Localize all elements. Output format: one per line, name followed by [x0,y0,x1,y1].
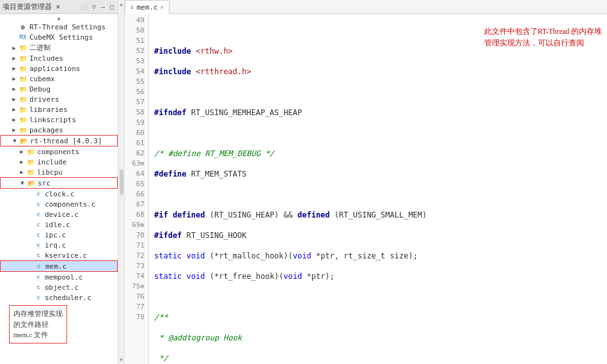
folder-icon: 📁 [18,84,28,93]
sidebar-item-clock-c[interactable]: c clock.c [0,189,118,199]
sidebar-item-includes[interactable]: ▶ 📁 Includes [0,53,118,63]
code-line-49 [154,26,602,36]
file-c-icon: c [33,283,43,292]
code-line-61: static void (*rt_free_hook)(void *ptr); [154,271,602,281]
sidebar-label: RT-Thread Settings [29,23,106,31]
sidebar-header: 项目资源管理器 ✕ ⬜ ▽ — □ [0,0,118,14]
code-line-54 [154,128,602,138]
tab-close-button[interactable]: ✕ [161,4,164,10]
folder-icon: 📁 [18,74,28,83]
arrow-icon: ▶ [10,106,18,113]
sidebar-max-icon[interactable]: □ [109,3,115,10]
arrow-icon: ▶ [10,65,18,72]
arrow-icon: ▼ [11,138,19,144]
folder-icon: 📁 [18,115,28,124]
sidebar-item-object-c[interactable]: c object.c [0,282,118,292]
sidebar-item-components[interactable]: ▶ 📁 components [0,146,118,157]
scroll-up-arrow[interactable]: ▲ [0,14,118,22]
arrow-icon: ▶ [10,86,18,92]
folder-open-icon: 📂 [19,136,29,145]
sidebar: 项目资源管理器 ✕ ⬜ ▽ — □ ▲ ⚙ RT-Thread Settings [0,0,118,364]
sidebar-min-icon[interactable]: — [100,3,106,10]
sidebar-item-irq-c[interactable]: c irq.c [0,240,118,250]
file-c-icon: c [33,273,43,281]
code-line-63: /** [154,312,602,322]
arrow-icon: ▼ [19,180,26,186]
sidebar-item-src[interactable]: ▼ 📂 src [0,177,118,189]
sidebar-label: mempool.c [45,273,83,281]
sidebar-item-cubemx[interactable]: ▶ 📁 cubemx [0,74,118,84]
sidebar-item-drivers[interactable]: ▶ 📁 drivers [0,94,118,104]
sidebar-label: drivers [29,95,59,104]
folder-icon: 📁 [26,157,36,166]
sidebar-item-libcpu[interactable]: ▶ 📁 libcpu [0,167,118,177]
sidebar-label: rt-thread [4.0.3] [30,137,102,145]
sidebar-label: CubeMX Settings [29,33,93,42]
sidebar-menu-icon[interactable]: ▽ [91,3,97,10]
code-editor[interactable]: #include <rthw.h> #include <rtthread.h> … [149,14,607,364]
folder-icon: 📁 [18,64,28,73]
sidebar-item-rt-thread-settings[interactable]: ⚙ RT-Thread Settings [0,22,118,32]
sidebar-label: object.c [45,283,79,292]
file-c-icon: c [33,189,43,198]
sidebar-item-mem-c[interactable]: c mem.c [0,260,118,272]
file-c-icon: c [33,220,43,229]
sidebar-collapse-icon[interactable]: ⬜ [78,3,88,10]
sidebar-label: kservice.c [45,251,87,260]
sidebar-item-cubemx-settings[interactable]: MX CubeMX Settings [0,32,118,42]
sidebar-label: idle.c [45,221,70,229]
line-numbers: 49 50 51 52 53 54 55 56 57 58 59 60 61 6… [125,14,149,364]
file-c-icon: c [33,200,43,209]
code-line-50: #include <rthw.h> [154,46,602,56]
code-line-65: */ [154,353,602,363]
folder-icon: 📁 [26,168,36,177]
sidebar-item-device-c[interactable]: c device.c [0,209,118,219]
sidebar-item-idle-c[interactable]: c idle.c [0,219,118,230]
sidebar-item-applications[interactable]: ▶ 📁 applications [0,63,118,74]
sidebar-title: 项目资源管理器 ✕ [3,2,75,12]
sidebar-item-libraries[interactable]: ▶ 📁 libraries [0,104,118,115]
sidebar-item-scheduler-c[interactable]: c scheduler.c [0,292,118,303]
sidebar-item-ipc-c[interactable]: c ipc.c [0,230,118,240]
cube-icon: MX [18,33,28,42]
annotation-memory-path: 内存堆管理实现的文件路径 mem.c 文件 [9,305,67,344]
folder-icon: 📁 [18,125,28,134]
arrow-icon: ▶ [10,116,18,123]
sidebar-label: include [37,158,67,166]
sidebar-item-rt-thread[interactable]: ▼ 📂 rt-thread [4.0.3] [0,135,118,146]
arrow-icon: ▶ [10,75,18,82]
sidebar-item-kservice-c[interactable]: c kservice.c [0,250,118,260]
tree-container: ⚙ RT-Thread Settings MX CubeMX Settings … [0,22,118,303]
sidebar-item-include[interactable]: ▶ 📁 include [0,157,118,167]
sidebar-label: components.c [45,200,95,209]
arrow-icon: ▶ [18,148,26,155]
file-c-icon: c [33,241,43,249]
sidebar-label: scheduler.c [45,294,91,302]
file-c-icon: c [33,293,43,302]
arrow-icon: ▶ [10,96,18,102]
arrow-icon: ▶ [10,127,18,133]
sidebar-label: Debug [29,85,51,93]
sidebar-scrollbar[interactable]: ▲ ▼ [118,0,125,364]
sidebar-item-linkscripts[interactable]: ▶ 📁 linkscripts [0,115,118,125]
sidebar-item-binary[interactable]: ▶ 📁 二进制 [0,42,118,53]
sidebar-item-debug[interactable]: ▶ 📁 Debug [0,84,118,94]
sidebar-label: ipc.c [45,231,66,239]
sidebar-item-packages[interactable]: ▶ 📁 packages [0,125,118,135]
arrow-icon: ▶ [10,45,18,51]
code-line-58: #if defined (RT_USING_HEAP) && defined (… [154,210,602,220]
sidebar-label: Includes [29,54,63,63]
editor-area: c mem.c ✕ 49 50 51 52 53 54 55 56 57 [125,0,607,364]
code-line-62 [154,292,602,302]
file-c-icon: c [34,262,44,271]
sidebar-item-mempool-c[interactable]: c mempool.c [0,272,118,282]
code-line-60: static void (*rt_malloc_hook)(void *ptr,… [154,251,602,261]
sidebar-item-components-c[interactable]: c components.c [0,199,118,209]
file-c-icon: c [33,230,43,239]
sidebar-label: libcpu [37,168,63,177]
sidebar-label: clock.c [45,190,74,198]
editor-tab-mem-c[interactable]: c mem.c ✕ [125,0,169,14]
code-line-57 [154,189,602,200]
folder-open-icon: 📂 [26,178,36,187]
code-line-56: #define RT_MEM_STATS [154,169,602,179]
